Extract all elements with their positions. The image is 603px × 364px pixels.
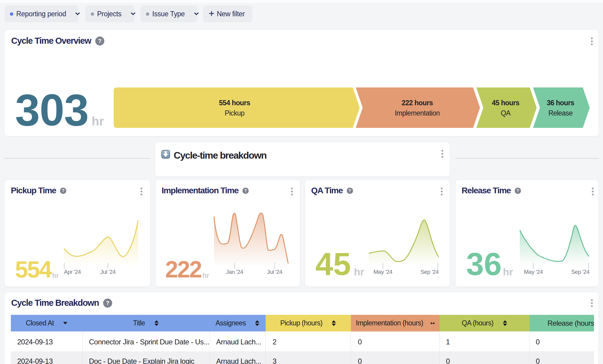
svg-text:Jul '24: Jul '24 (267, 269, 283, 275)
svg-text:May '24: May '24 (374, 269, 393, 275)
svg-text:45 hours: 45 hours (492, 99, 519, 107)
svg-text:Pickup: Pickup (225, 109, 244, 117)
svg-text:Release: Release (548, 109, 573, 117)
svg-text:Jul '24: Jul '24 (100, 269, 116, 275)
svg-text:May '24: May '24 (524, 269, 543, 275)
svg-text:36 hours: 36 hours (547, 99, 574, 107)
svg-text:554 hours: 554 hours (219, 99, 250, 107)
svg-text:Sep '24: Sep '24 (421, 269, 439, 275)
svg-text:Apr '24: Apr '24 (64, 269, 81, 275)
svg-text:Implementation: Implementation (395, 109, 440, 117)
svg-text:QA: QA (501, 109, 511, 117)
svg-text:Sep '24: Sep '24 (571, 269, 590, 275)
svg-text:222 hours: 222 hours (402, 99, 433, 107)
svg-text:Jan '24: Jan '24 (226, 269, 243, 275)
